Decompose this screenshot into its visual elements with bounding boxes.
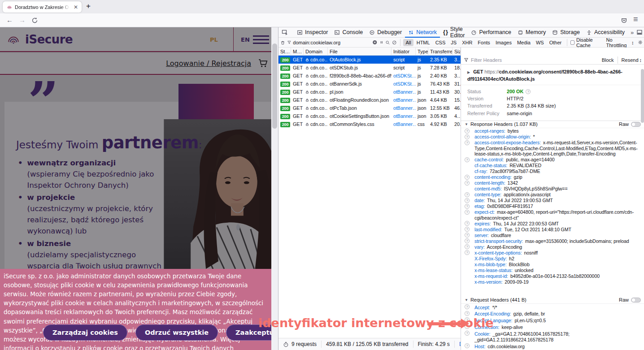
header-name[interactable]: accept-ranges bbox=[474, 128, 505, 134]
filter-pill[interactable]: WS bbox=[534, 39, 546, 46]
block-icon[interactable] bbox=[392, 40, 397, 45]
table-row[interactable]: 200 GET cdn.co… otBannerSdk.js otSDKSt… … bbox=[278, 80, 461, 88]
column-header[interactable]: Transferred bbox=[428, 48, 453, 56]
tab-style-editor[interactable]: { }Style Editor bbox=[440, 27, 468, 38]
help-icon[interactable]: ? bbox=[465, 343, 470, 348]
tab-accessibility[interactable]: Accessibility bbox=[583, 27, 628, 38]
tab-debugger[interactable]: Debugger bbox=[366, 27, 405, 38]
header-name[interactable]: vary bbox=[474, 244, 484, 250]
help-icon[interactable]: ? bbox=[465, 134, 470, 139]
header-name[interactable]: x-ms-blob-type bbox=[474, 262, 507, 267]
tab-inspector[interactable]: Inspector bbox=[294, 27, 331, 38]
header-name[interactable]: cf-ray bbox=[474, 169, 487, 174]
table-row[interactable]: 200 GET cdn.co… otCookieSettingsButton.j… bbox=[278, 112, 461, 120]
header-name[interactable]: content-md5 bbox=[474, 186, 502, 191]
scrollbar-thumb[interactable] bbox=[272, 43, 277, 129]
table-row[interactable]: 200 GET cdn.co… otFloatingRoundedIcon.js… bbox=[278, 96, 461, 104]
header-name[interactable]: content-type bbox=[474, 192, 501, 197]
clear-filter-icon[interactable] bbox=[372, 39, 377, 45]
help-icon[interactable]: ? bbox=[465, 221, 470, 226]
column-header[interactable]: Size bbox=[453, 48, 461, 56]
column-header[interactable]: Type bbox=[416, 48, 428, 56]
header-name[interactable]: x-content-type-options bbox=[474, 250, 522, 255]
initiator-cell[interactable]: otBanner… bbox=[392, 89, 416, 95]
forward-button[interactable]: → bbox=[19, 16, 26, 24]
help-icon[interactable]: ? bbox=[465, 204, 470, 209]
table-row[interactable]: 200 GET cdn.co… pl.json otBanner… js 11.… bbox=[278, 88, 461, 96]
table-row[interactable]: 200 GET cdn.co… OtAutoBlock.js script js… bbox=[278, 56, 461, 64]
cookie-button[interactable]: Zarządzaj cookies bbox=[43, 324, 127, 341]
throttling-select[interactable]: No Throttling↕ bbox=[606, 37, 634, 48]
header-name[interactable]: cache-control bbox=[474, 157, 504, 162]
column-header[interactable]: Initiator bbox=[392, 48, 416, 56]
column-header[interactable]: File bbox=[328, 48, 392, 56]
response-headers-section[interactable]: ▼ Response Headers (1.037 KB) Raw bbox=[461, 121, 644, 128]
help-icon[interactable]: ? bbox=[465, 244, 470, 249]
initiator-cell[interactable]: script bbox=[392, 57, 416, 62]
request-headers-section[interactable]: ▼ Request Headers (441 B) Raw bbox=[461, 297, 644, 304]
header-name[interactable]: server bbox=[474, 233, 489, 238]
help-icon[interactable]: ? bbox=[465, 157, 470, 162]
new-tab-button[interactable]: + bbox=[86, 2, 91, 11]
header-name[interactable]: x-ms-version bbox=[474, 279, 502, 285]
help-icon[interactable]: ? bbox=[465, 198, 470, 203]
help-icon[interactable]: ? bbox=[465, 238, 470, 243]
header-name[interactable]: X-Firefox-Spdy bbox=[474, 256, 507, 261]
request-url-line[interactable]: ▶ GET https://cdn.cookielaw.org/consent/… bbox=[461, 65, 644, 85]
filter-headers-input[interactable] bbox=[471, 57, 600, 63]
collapse-triangle-icon[interactable]: ▼ bbox=[465, 122, 468, 126]
initiator-cell[interactable]: otBanner… bbox=[392, 121, 416, 127]
checkbox-icon[interactable] bbox=[570, 40, 574, 45]
pocket-icon[interactable] bbox=[621, 17, 627, 24]
tab-storage[interactable]: Storage bbox=[549, 27, 583, 38]
header-name[interactable]: access-control-expose-headers bbox=[474, 140, 541, 145]
more-tabs-icon[interactable]: » bbox=[628, 29, 636, 36]
resend-button[interactable]: Resend↕ bbox=[622, 57, 642, 63]
header-name[interactable]: Accept bbox=[474, 305, 490, 310]
menu-icon[interactable]: ≡ bbox=[633, 15, 638, 24]
cookie-button[interactable]: Odrzuć wszystkie bbox=[135, 324, 218, 341]
help-icon[interactable]: ? bbox=[465, 227, 470, 232]
table-row[interactable]: 200 GET cdn.co… otPcTab.json otBanner… j… bbox=[278, 104, 461, 112]
filter-pill[interactable]: Media bbox=[515, 39, 533, 46]
filter-pill[interactable]: All bbox=[403, 39, 413, 46]
initiator-cell[interactable]: script bbox=[392, 65, 416, 70]
header-name[interactable]: content-encoding bbox=[474, 174, 512, 180]
filter-pill[interactable]: JS bbox=[448, 39, 459, 46]
help-icon[interactable]: ? bbox=[465, 192, 470, 197]
pick-element-button[interactable] bbox=[278, 27, 291, 38]
header-name[interactable]: access-control-allow-origin bbox=[474, 134, 531, 139]
page-scrollbar[interactable] bbox=[271, 27, 278, 350]
gear-icon[interactable] bbox=[638, 39, 643, 45]
column-header[interactable]: M… bbox=[291, 48, 304, 56]
header-name[interactable]: Cookie bbox=[474, 331, 490, 337]
header-name[interactable]: content-length bbox=[474, 180, 505, 186]
pause-icon[interactable] bbox=[379, 40, 384, 45]
initiator-cell[interactable]: otBanner… bbox=[392, 113, 416, 119]
help-icon[interactable]: ? bbox=[465, 304, 470, 309]
search-icon[interactable] bbox=[385, 40, 390, 45]
header-name[interactable]: expires bbox=[474, 221, 491, 226]
help-icon[interactable]: ? bbox=[465, 175, 470, 180]
help-icon[interactable]: ? bbox=[465, 140, 470, 145]
raw-toggle[interactable] bbox=[631, 122, 641, 127]
help-icon[interactable]: ? bbox=[465, 250, 470, 255]
disable-cache-checkbox[interactable]: Disable Cache bbox=[570, 37, 604, 48]
filter-pill[interactable]: Fonts bbox=[475, 39, 492, 46]
back-button[interactable]: ← bbox=[6, 16, 13, 24]
filter-pill[interactable]: XHR bbox=[460, 39, 474, 46]
help-icon[interactable]: ? bbox=[465, 311, 470, 316]
expand-triangle-icon[interactable]: ▶ bbox=[467, 70, 470, 74]
collapse-triangle-icon[interactable]: ▼ bbox=[465, 298, 468, 302]
header-name[interactable]: cf-cache-status bbox=[474, 163, 507, 168]
column-header[interactable]: St… bbox=[278, 48, 291, 56]
filter-pill[interactable]: HTML bbox=[414, 39, 432, 46]
help-icon[interactable]: ? bbox=[465, 129, 470, 134]
header-name[interactable]: strict-transport-security bbox=[474, 238, 523, 244]
table-row[interactable]: 200 GET cdn.co… otCommonStyles.css otBan… bbox=[278, 120, 461, 128]
details-scrollbar-thumb[interactable] bbox=[641, 69, 644, 123]
table-row[interactable]: 200 GET cdn.co… otSDKStub.js script js 7… bbox=[278, 64, 461, 72]
tab-network[interactable]: Network bbox=[405, 27, 440, 38]
reload-icon[interactable] bbox=[31, 17, 38, 24]
help-icon[interactable]: ? bbox=[465, 331, 470, 336]
